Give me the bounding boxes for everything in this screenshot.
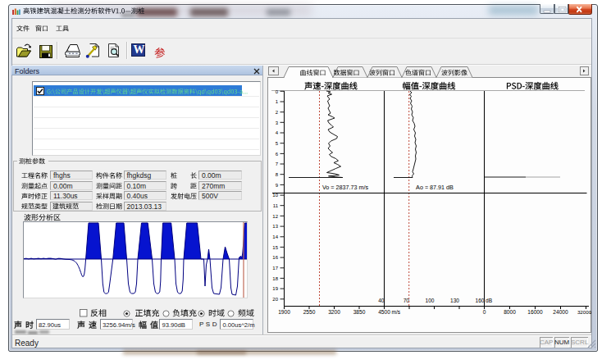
svg-text:100: 100	[425, 298, 434, 303]
svg-text:12: 12	[272, 214, 278, 219]
svg-text:130: 130	[450, 298, 459, 303]
svg-text:18: 18	[272, 276, 278, 281]
svg-text:19: 19	[272, 286, 278, 291]
svg-text:10: 10	[272, 193, 278, 198]
svg-text:4500: 4500	[378, 309, 390, 315]
svg-text:17: 17	[272, 266, 278, 271]
svg-text:1900: 1900	[278, 309, 290, 315]
svg-text:5: 5	[276, 141, 279, 146]
svg-text:4: 4	[276, 130, 279, 135]
svg-text:dB: dB	[486, 298, 493, 303]
svg-text:2: 2	[276, 110, 279, 115]
svg-text:11: 11	[273, 203, 279, 208]
svg-text:16: 16	[272, 255, 278, 260]
svg-text:3200: 3200	[328, 309, 340, 315]
svg-text:8000: 8000	[504, 309, 516, 315]
svg-text:2550: 2550	[303, 309, 316, 315]
svg-text:32000: 32000	[577, 309, 591, 315]
svg-text:m/s: m/s	[392, 309, 401, 315]
svg-text:1: 1	[276, 99, 279, 104]
svg-text:3850: 3850	[353, 309, 366, 315]
svg-text:15: 15	[272, 245, 278, 250]
svg-text:14: 14	[272, 234, 278, 239]
svg-text:8: 8	[276, 172, 279, 177]
svg-text:20: 20	[272, 297, 278, 302]
svg-text:13: 13	[272, 224, 278, 229]
svg-text:40: 40	[378, 298, 385, 303]
svg-text:3: 3	[276, 121, 279, 125]
svg-text:70: 70	[404, 298, 410, 303]
svg-text:9: 9	[276, 183, 279, 188]
svg-text:7: 7	[276, 162, 279, 166]
svg-text:6: 6	[276, 152, 279, 157]
svg-text:16000: 16000	[527, 309, 543, 315]
svg-text:u: u	[590, 310, 591, 315]
svg-text:0: 0	[483, 309, 486, 315]
svg-text:Vo = 2837.73 m/s: Vo = 2837.73 m/s	[322, 184, 369, 191]
svg-text:Ao = 87.91 dB: Ao = 87.91 dB	[416, 184, 454, 191]
svg-text:24000: 24000	[553, 309, 568, 315]
svg-text:160: 160	[475, 298, 484, 303]
